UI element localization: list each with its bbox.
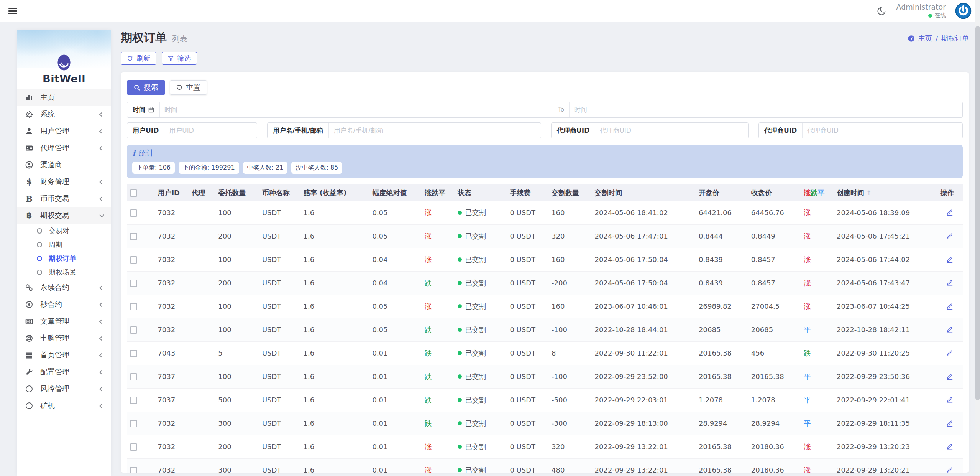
cell-agent: [189, 201, 215, 224]
edit-pencil-icon: [946, 443, 954, 450]
sidebar-item-6[interactable]: B币币交易: [17, 190, 111, 207]
cell-result: 涨: [801, 271, 834, 295]
filter-field-input-1[interactable]: [329, 123, 541, 138]
breadcrumb-current: 期权订单: [941, 34, 969, 43]
cell-settle-qty: -500: [548, 388, 592, 412]
edit-order-button[interactable]: [946, 278, 954, 288]
table-row-0: 7032100USDT1.60.05涨已交割0 USDT1602024-05-0…: [127, 201, 963, 224]
filter-button[interactable]: 筛选: [162, 52, 197, 65]
refresh-button[interactable]: 刷新: [121, 52, 156, 65]
cell-fee: 0 USDT: [507, 412, 548, 435]
cell-status: 已交割: [455, 458, 507, 473]
select-all-checkbox[interactable]: [130, 189, 137, 197]
sidebar-item-2[interactable]: 用户管理: [17, 123, 111, 140]
sidebar-item-9[interactable]: 秒合约: [17, 296, 111, 313]
sidebar-item-4[interactable]: 渠道商: [17, 156, 111, 173]
edit-pencil-icon: [946, 419, 954, 427]
row-checkbox[interactable]: [130, 256, 137, 264]
sidebar-item-10[interactable]: 文章管理: [17, 313, 111, 330]
search-button[interactable]: 搜索: [127, 80, 165, 95]
edit-pencil-icon: [946, 255, 954, 263]
row-checkbox[interactable]: [130, 350, 137, 357]
cell-range: 0.05: [369, 295, 422, 318]
filter-field-label: 代理商UID: [552, 123, 595, 138]
cell-settle-time: 2024-05-06 17:47:01: [592, 224, 696, 248]
cell-uid: 7032: [154, 295, 188, 318]
filter-field-input-3[interactable]: [803, 123, 962, 138]
sidebar-item-11[interactable]: 申购管理: [17, 330, 111, 347]
sidebar-item-3[interactable]: 代理管理: [17, 140, 111, 156]
page-subtitle: 列表: [172, 34, 187, 44]
cell-settle-qty: 320: [548, 435, 592, 458]
sort-asc-icon[interactable]: ↑: [866, 189, 872, 197]
filter-field-input-0[interactable]: [164, 123, 257, 138]
edit-pencil-icon: [946, 208, 954, 216]
cell-rate: 1.6: [300, 365, 369, 388]
vertical-scrollbar[interactable]: [975, 0, 980, 476]
dark-mode-icon[interactable]: [877, 6, 887, 16]
sidebar-subitem-7-3[interactable]: 期权场景: [17, 265, 111, 279]
sidebar-item-5[interactable]: $财务管理: [17, 173, 111, 190]
avatar[interactable]: [955, 3, 972, 19]
row-checkbox[interactable]: [130, 233, 137, 240]
cell-coin: USDT: [259, 341, 300, 365]
edit-order-button[interactable]: [946, 348, 954, 358]
edit-order-button[interactable]: [946, 255, 954, 265]
cell-status: 已交割: [455, 412, 507, 435]
sidebar-subitem-7-1[interactable]: 周期: [17, 238, 111, 252]
edit-order-button[interactable]: [946, 395, 954, 405]
sidebar-item-0[interactable]: 主页: [17, 89, 111, 106]
cell-amount: 100: [215, 248, 259, 271]
menu-toggle-icon[interactable]: [8, 8, 17, 14]
reset-button[interactable]: 重置: [170, 80, 207, 95]
filter-field-label: 代理商UID: [759, 123, 803, 138]
breadcrumb-home[interactable]: 主页: [918, 34, 932, 43]
edit-order-button[interactable]: [946, 372, 954, 382]
edit-order-button[interactable]: [946, 301, 954, 311]
top-header-bar: Administrator 在线: [0, 0, 980, 22]
sidebar-item-15[interactable]: 矿机: [17, 397, 111, 414]
edit-order-button[interactable]: [946, 442, 954, 452]
stat-badge: 下单量: 106: [132, 162, 175, 174]
status-dot-icon: [458, 281, 462, 285]
row-checkbox[interactable]: [130, 420, 137, 427]
column-header-3: 币种名称: [259, 184, 300, 201]
cell-close: 64456.76: [748, 201, 801, 224]
sidebar-subitem-7-2[interactable]: 期权订单: [17, 252, 111, 265]
filter-field-input-2[interactable]: [595, 123, 748, 138]
chevron-left-icon: [99, 196, 104, 201]
edit-order-button[interactable]: [946, 465, 954, 473]
sidebar-item-12[interactable]: 首页管理: [17, 347, 111, 364]
row-checkbox[interactable]: [130, 303, 137, 310]
time-to-input[interactable]: [570, 102, 962, 117]
edit-order-button[interactable]: [946, 231, 954, 241]
scrollbar-thumb[interactable]: [975, 26, 980, 400]
cell-fee: 0 USDT: [507, 435, 548, 458]
row-checkbox[interactable]: [130, 373, 137, 380]
row-checkbox[interactable]: [130, 326, 137, 334]
cell-agent: [189, 388, 215, 412]
cell-actions: [937, 271, 963, 295]
table-row-4: 7032100USDT1.60.05涨已交割0 USDT1602023-06-0…: [127, 295, 963, 318]
sidebar-subitem-label: 交易对: [49, 226, 69, 236]
sidebar-subitem-7-0[interactable]: 交易对: [17, 224, 111, 238]
edit-order-button[interactable]: [946, 418, 954, 428]
edit-order-button[interactable]: [946, 325, 954, 335]
stat-badge: 中奖人数: 21: [243, 162, 288, 174]
row-checkbox[interactable]: [130, 209, 137, 217]
row-checkbox[interactable]: [130, 467, 137, 473]
cell-actions: [937, 365, 963, 388]
sidebar-item-7[interactable]: ฿期权交易: [17, 207, 111, 224]
sidebar-item-14[interactable]: 风控管理: [17, 380, 111, 397]
row-checkbox[interactable]: [130, 443, 137, 451]
cell-range: 0.01: [369, 365, 422, 388]
column-header-14[interactable]: 创建时间↑: [834, 184, 937, 201]
sidebar-item-13[interactable]: 配置管理: [17, 364, 111, 380]
sidebar-item-8[interactable]: 永续合约: [17, 279, 111, 296]
sidebar-item-1[interactable]: 系统: [17, 106, 111, 123]
time-from-input[interactable]: [160, 102, 553, 117]
row-checkbox[interactable]: [130, 397, 137, 404]
row-checkbox[interactable]: [130, 280, 137, 287]
edit-order-button[interactable]: [946, 208, 954, 217]
cell-direction: 涨: [422, 435, 454, 458]
